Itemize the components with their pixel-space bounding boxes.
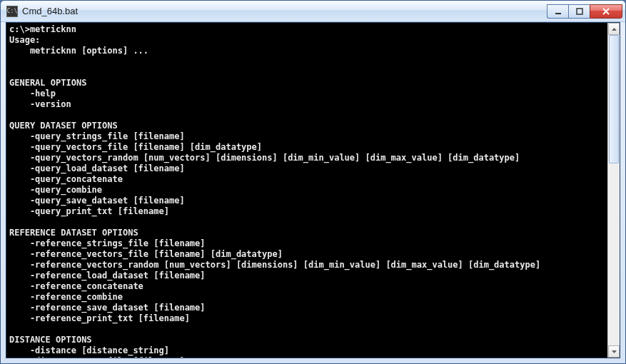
scrollbar-track[interactable] [608,35,620,345]
minimize-button[interactable] [547,4,568,19]
maximize-icon [576,8,583,15]
vertical-scrollbar[interactable] [607,23,620,358]
console-output[interactable]: c:\>metricknn Usage: metricknn [options]… [6,23,607,358]
svg-rect-1 [577,9,582,14]
scrollbar-thumb[interactable] [609,35,619,163]
titlebar[interactable]: C:\ Cmd_64b.bat [1,1,625,22]
scroll-up-button[interactable] [608,23,620,35]
chevron-up-icon [612,28,617,31]
svg-rect-0 [555,13,561,14]
close-button[interactable] [590,4,622,19]
maximize-button[interactable] [568,4,590,19]
window-controls [547,4,622,19]
client-area: c:\>metricknn Usage: metricknn [options]… [6,22,620,358]
scroll-down-button[interactable] [608,345,620,358]
minimize-icon [555,8,562,15]
chevron-down-icon [612,350,617,353]
window-title: Cmd_64b.bat [22,6,547,16]
close-icon [602,8,610,15]
app-window: C:\ Cmd_64b.bat c:\>metricknn Usage: met… [0,0,626,364]
cmd-icon: C:\ [6,6,18,17]
